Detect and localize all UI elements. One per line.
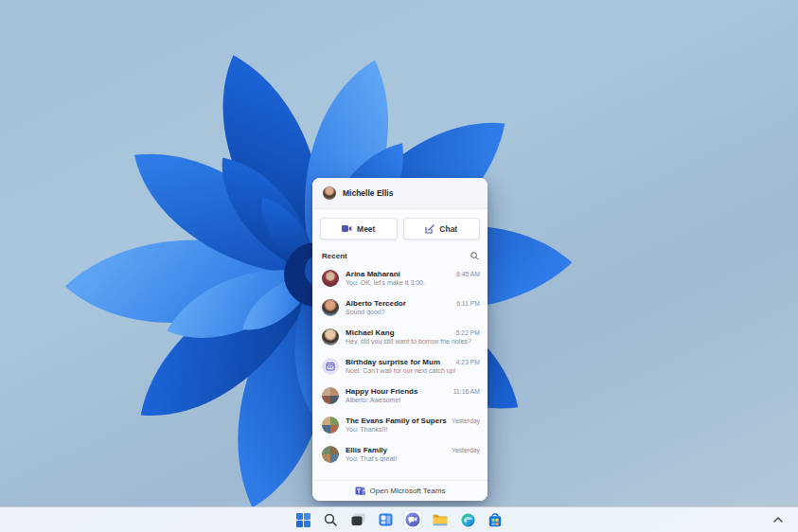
avatar <box>322 328 339 346</box>
chat-list-item[interactable]: Michael Kang 5:22 PM Hey, did you still … <box>312 322 488 351</box>
widgets-button[interactable] <box>376 510 395 529</box>
chat-time: 11:16 AM <box>453 388 480 395</box>
user-name: Michelle Ellis <box>343 188 393 198</box>
task-view-icon <box>351 513 365 526</box>
chevron-up-icon <box>773 517 783 523</box>
edge-icon <box>461 513 475 527</box>
meet-button[interactable]: Meet <box>320 218 398 239</box>
teams-logo-icon <box>355 486 365 496</box>
chat-list-item[interactable]: The Evans Family of Supers Yesterday You… <box>312 410 488 439</box>
edge-button[interactable] <box>458 510 477 529</box>
chat-button-label: Chat <box>439 224 457 234</box>
desktop: Michelle Ellis Meet Chat Recent <box>0 0 798 532</box>
chat-time: 5:22 PM <box>456 329 480 336</box>
chat-name: Alberto Tercedor <box>346 299 406 308</box>
chat-time: 4:23 PM <box>456 359 480 365</box>
chat-name: Birthday surprise for Mum <box>346 358 440 366</box>
show-hidden-icons-button[interactable] <box>773 507 783 532</box>
chat-preview: You: That's great! <box>346 455 480 462</box>
search-button[interactable] <box>321 510 340 529</box>
teams-chat-icon <box>405 512 420 527</box>
search-icon <box>324 513 337 526</box>
avatar <box>322 270 339 287</box>
chat-teams-button[interactable] <box>403 510 422 529</box>
store-icon <box>488 513 502 527</box>
open-teams-button[interactable]: Open Microsoft Teams <box>312 480 488 501</box>
avatar <box>322 446 339 463</box>
chat-preview: You: Thanks!!! <box>346 426 480 433</box>
chat-time: 8:45 AM <box>456 271 480 277</box>
chat-preview: You: OK, let's make it 3:00. <box>346 279 480 286</box>
start-button[interactable] <box>293 510 312 529</box>
chat-preview: Noel: Can't wait for our next catch up! <box>346 367 480 374</box>
teams-chat-flyout: Michelle Ellis Meet Chat Recent <box>312 178 488 501</box>
open-teams-label: Open Microsoft Teams <box>370 487 446 495</box>
folder-icon <box>433 514 448 526</box>
calendar-icon <box>322 358 339 375</box>
windows-start-icon <box>296 513 310 527</box>
chat-preview: Alberto: Awesome! <box>346 397 480 403</box>
user-avatar <box>323 186 336 200</box>
recent-title: Recent <box>322 252 347 260</box>
recent-header: Recent <box>312 246 488 263</box>
widgets-icon <box>379 513 393 526</box>
taskbar <box>0 506 798 532</box>
store-button[interactable] <box>486 510 505 529</box>
avatar <box>322 387 339 404</box>
meet-button-label: Meet <box>357 224 375 234</box>
file-explorer-button[interactable] <box>431 510 450 529</box>
chat-list-item[interactable]: Birthday surprise for Mum 4:23 PM Noel: … <box>312 351 488 381</box>
taskbar-icons <box>293 510 505 529</box>
chat-time: Yesterday <box>452 447 480 453</box>
chat-button[interactable]: Chat <box>403 218 481 239</box>
profile-header[interactable]: Michelle Ellis <box>312 178 488 209</box>
chat-time: Yesterday <box>452 417 480 424</box>
avatar <box>322 417 339 434</box>
chat-name: Happy Hour Friends <box>346 387 417 396</box>
chat-list-item[interactable]: Arina Maharani 8:45 AM You: OK, let's ma… <box>312 263 488 293</box>
chat-name: Michael Kang <box>346 328 395 337</box>
chat-preview: Hey, did you still want to borrow the no… <box>346 338 480 345</box>
chat-list-item[interactable]: Happy Hour Friends 11:16 AM Alberto: Awe… <box>312 381 488 410</box>
chat-name: The Evans Family of Supers <box>346 417 447 425</box>
recent-chat-list: Arina Maharani 8:45 AM You: OK, let's ma… <box>312 263 488 480</box>
chat-name: Ellis Family <box>346 446 387 454</box>
chat-list-item[interactable]: Ellis Family Yesterday You: That's great… <box>312 439 488 469</box>
video-camera-icon <box>342 224 352 233</box>
chat-preview: Sound good? <box>346 309 480 315</box>
chat-time: 6:11 PM <box>456 300 480 307</box>
chat-list-item[interactable]: Alberto Tercedor 6:11 PM Sound good? <box>312 293 488 322</box>
chat-name: Arina Maharani <box>346 270 400 278</box>
task-view-button[interactable] <box>348 510 367 529</box>
search-icon[interactable] <box>470 252 479 260</box>
compose-icon <box>425 224 434 234</box>
action-buttons: Meet Chat <box>312 209 488 246</box>
avatar <box>322 299 339 316</box>
